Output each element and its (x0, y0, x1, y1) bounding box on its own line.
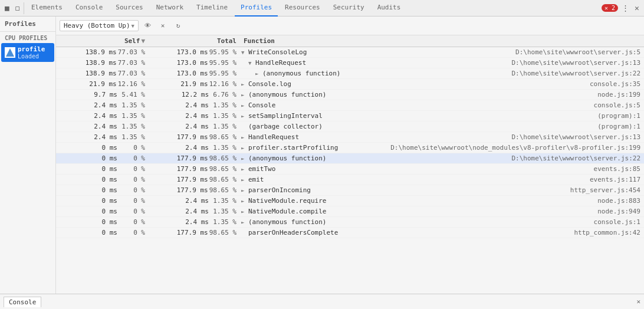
fn-link-9[interactable]: D:\home\site\wwwroot\node_modules\v8-pro… (390, 144, 644, 152)
fn-link-11[interactable]: events.js:85 (594, 165, 644, 173)
table-row[interactable]: 0 ms 0 % 2.4 ms 1.35 % ► NativeModule.co… (56, 206, 644, 217)
fn-link-14[interactable]: node.js:883 (597, 197, 644, 205)
table-row[interactable]: 2.4 ms 1.35 % 177.9 ms 98.65 % ► HandleR… (56, 132, 644, 143)
eye-btn[interactable]: 👁 (141, 19, 154, 32)
cell-self-16: 0 ms 0 % (56, 218, 147, 226)
fn-link-5[interactable]: console.js:5 (594, 101, 644, 109)
expand-arrow-1[interactable]: ▼ (248, 60, 254, 66)
device-icon[interactable]: ◻ (13, 4, 22, 13)
fn-link-4[interactable]: node.js:199 (597, 91, 644, 98)
fn-name-6: setSamplingInterval (248, 112, 597, 120)
table-row[interactable]: 0 ms 0 % 177.9 ms 98.65 % ► emitTwo even… (56, 164, 644, 175)
refresh-btn[interactable]: ↻ (172, 19, 185, 32)
table-row[interactable]: 138.9 ms 77.03 % 173.0 ms 95.95 % ► (ano… (56, 68, 644, 79)
sidebar-item-profile[interactable]: profile Loaded (1, 43, 54, 62)
cell-total-6: 2.4 ms 1.35 % (147, 112, 239, 120)
table-row[interactable]: 0 ms 0 % 2.4 ms 1.35 % ► (anonymous func… (56, 217, 644, 228)
expand-arrow-6[interactable]: ► (241, 113, 247, 119)
tab-timeline[interactable]: Timeline (190, 0, 234, 17)
cell-total-15: 2.4 ms 1.35 % (147, 208, 239, 215)
cell-total-14: 2.4 ms 1.35 % (147, 197, 239, 205)
console-tab[interactable]: Console (4, 297, 41, 307)
sidebar: Profiles CPU PROFILES profile Loaded (0, 17, 56, 294)
cell-function-6: ► setSamplingInterval (program):1 (239, 112, 644, 120)
table-row[interactable]: 2.4 ms 1.35 % 2.4 ms 1.35 % ► setSamplin… (56, 111, 644, 121)
fn-link-12[interactable]: events.js:117 (590, 176, 644, 183)
expand-arrow-14[interactable]: ► (241, 198, 247, 204)
fn-link-15[interactable]: node.js:949 (597, 208, 644, 215)
expand-arrow-8[interactable]: ► (241, 134, 247, 140)
topbar-right: ✕ 2 ⋮ ✕ (602, 4, 642, 13)
expand-arrow-0[interactable]: ▼ (241, 50, 247, 55)
expand-arrow-12[interactable]: ► (241, 177, 247, 183)
tab-security[interactable]: Security (327, 0, 370, 17)
table-row[interactable]: 0 ms 0 % 177.9 ms 98.65 % ► emit events.… (56, 175, 644, 185)
table-row[interactable]: 0 ms 0 % 2.4 ms 1.35 % ► profiler.startP… (56, 143, 644, 153)
more-icon[interactable]: ⋮ (620, 4, 630, 13)
table-row[interactable]: 0 ms 0 % 177.9 ms 98.65 % parserOnHeader… (56, 228, 644, 238)
tab-audits[interactable]: Audits (372, 0, 407, 17)
header-total[interactable]: Total (147, 37, 239, 45)
cell-function-12: ► emit events.js:117 (239, 176, 644, 183)
table-row[interactable]: 0 ms 0 % 177.9 ms 98.65 % ► (anonymous f… (56, 153, 644, 164)
bottom-close-icon[interactable]: ✕ (636, 298, 640, 305)
expand-arrow-11[interactable]: ► (241, 166, 247, 172)
cell-function-2: ► (anonymous function) D:\home\site\wwwr… (239, 70, 644, 77)
cell-total-17: 177.9 ms 98.65 % (147, 229, 239, 236)
cell-total-11: 177.9 ms 98.65 % (147, 165, 239, 173)
fn-name-17: parserOnHeadersComplete (248, 229, 574, 236)
fn-link-10[interactable]: D:\home\site\wwwroot\server.js:22 (511, 154, 644, 162)
table-row[interactable]: 2.4 ms 1.35 % 2.4 ms 1.35 % ► Console co… (56, 100, 644, 111)
expand-arrow-16[interactable]: ► (241, 219, 247, 225)
profile-label: profile (18, 45, 45, 53)
tab-network[interactable]: Network (150, 0, 189, 17)
table-row[interactable]: 0 ms 0 % 2.4 ms 1.35 % ► NativeModule.re… (56, 196, 644, 206)
tab-elements[interactable]: Elements (25, 0, 68, 17)
tab-console[interactable]: Console (70, 0, 109, 17)
fn-link-0[interactable]: D:\home\site\wwwroot\server.js:5 (515, 48, 644, 56)
fn-link-16[interactable]: console.js:1 (594, 218, 644, 226)
expand-arrow-9[interactable]: ► (241, 145, 247, 151)
expand-arrow-2[interactable]: ► (255, 71, 261, 77)
toolbar: Heavy (Bottom Up) ▼ 👁 ✕ ↻ (56, 17, 644, 35)
table-row[interactable]: 0 ms 0 % 177.9 ms 98.65 % ► parserOnInco… (56, 185, 644, 196)
fn-link-13[interactable]: http_server.js:454 (570, 186, 644, 194)
fn-link-1[interactable]: D:\home\site\wwwroot\server.js:13 (511, 59, 644, 67)
fn-name-16: (anonymous function) (248, 218, 594, 226)
tab-resources[interactable]: Resources (279, 0, 326, 17)
expand-arrow-5[interactable]: ► (241, 103, 247, 109)
fn-link-17[interactable]: http_common.js:42 (574, 229, 644, 236)
header-function[interactable]: Function (239, 37, 644, 45)
tab-sources[interactable]: Sources (110, 0, 149, 17)
tab-profiles[interactable]: Profiles (235, 0, 278, 17)
header-self[interactable]: Self ▼ (56, 37, 147, 45)
table-row[interactable]: 9.7 ms 5.41 % 12.2 ms 6.76 % ► (anonymou… (56, 90, 644, 100)
cell-function-8: ► HandleRequest D:\home\site\wwwroot\ser… (239, 133, 644, 141)
expand-arrow-10[interactable]: ► (241, 156, 247, 162)
table-row[interactable]: 138.9 ms 77.03 % 173.0 ms 95.95 % ▼ Hand… (56, 58, 644, 68)
expand-arrow-13[interactable]: ► (241, 188, 247, 193)
fn-link-7[interactable]: (program):1 (597, 123, 644, 130)
cell-self-12: 0 ms 0 % (56, 176, 147, 183)
cell-total-4: 12.2 ms 6.76 % (147, 91, 239, 98)
fn-link-2[interactable]: D:\home\site\wwwroot\server.js:22 (511, 70, 644, 77)
expand-arrow-4[interactable]: ► (241, 92, 247, 98)
table-row[interactable]: 21.9 ms 12.16 % 21.9 ms 12.16 % ► Consol… (56, 79, 644, 90)
content-area: Heavy (Bottom Up) ▼ 👁 ✕ ↻ Self ▼ Total F… (56, 17, 644, 294)
expand-arrow-15[interactable]: ► (241, 209, 247, 215)
close-icon[interactable]: ✕ (632, 4, 642, 13)
fn-link-8[interactable]: D:\home\site\wwwroot\server.js:13 (511, 133, 644, 141)
error-count: 2 (612, 5, 615, 11)
cell-self-10: 0 ms 0 % (56, 154, 147, 162)
clear-btn[interactable]: ✕ (156, 19, 169, 32)
fn-link-6[interactable]: (program):1 (597, 112, 644, 120)
cell-function-4: ► (anonymous function) node.js:199 (239, 91, 644, 98)
table-row[interactable]: 2.4 ms 1.35 % 2.4 ms 1.35 % (garbage col… (56, 121, 644, 132)
cell-total-3: 21.9 ms 12.16 % (147, 80, 239, 88)
cell-self-9: 0 ms 0 % (56, 144, 147, 152)
fn-link-3[interactable]: console.js:35 (590, 80, 644, 88)
table-row[interactable]: 138.9 ms 77.03 % 173.0 ms 95.95 % ▼ Writ… (56, 47, 644, 58)
expand-arrow-3[interactable]: ► (241, 81, 247, 87)
inspect-icon[interactable]: ■ (2, 4, 12, 13)
view-dropdown[interactable]: Heavy (Bottom Up) ▼ (60, 20, 139, 31)
